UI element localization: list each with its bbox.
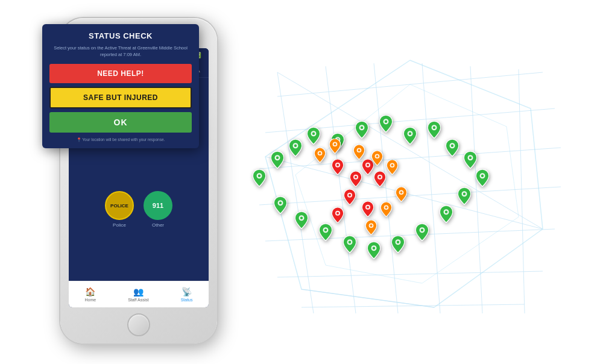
svg-point-61: [336, 164, 339, 166]
modal-description: Select your status on the Active Threat …: [49, 45, 192, 58]
svg-point-81: [376, 155, 378, 158]
svg-point-79: [358, 149, 360, 152]
svg-point-77: [333, 143, 336, 146]
svg-point-57: [300, 217, 303, 219]
svg-point-29: [361, 127, 363, 129]
svg-point-51: [373, 247, 375, 249]
svg-point-23: [294, 145, 297, 147]
police-action[interactable]: POLICE Police: [105, 191, 134, 228]
nav-staff-assist[interactable]: 👥 Staff Assist: [128, 287, 149, 302]
svg-point-71: [367, 206, 369, 209]
svg-point-35: [433, 127, 435, 129]
svg-point-49: [397, 241, 399, 243]
svg-line-5: [277, 271, 543, 277]
svg-line-16: [302, 289, 434, 307]
nav-home[interactable]: 🏠 Home: [84, 287, 96, 302]
svg-point-59: [279, 202, 282, 204]
svg-point-67: [349, 194, 351, 196]
svg-point-87: [385, 207, 387, 209]
svg-point-89: [370, 225, 372, 227]
staff-assist-nav-icon: 👥: [133, 287, 144, 297]
svg-point-19: [258, 175, 260, 177]
home-nav-icon: 🏠: [85, 287, 95, 297]
svg-point-41: [481, 175, 484, 177]
other-label: Other: [152, 222, 164, 228]
safe-but-injured-button[interactable]: SAFE BUT INJURED: [49, 87, 192, 108]
map-grid: [253, 36, 567, 325]
police-icon: POLICE: [105, 191, 134, 220]
svg-point-53: [349, 241, 351, 243]
svg-point-33: [409, 133, 411, 135]
modal-title: STATUS CHECK: [49, 31, 192, 40]
svg-point-25: [312, 133, 315, 135]
svg-line-10: [422, 63, 440, 313]
svg-point-21: [276, 157, 279, 159]
svg-point-83: [391, 165, 393, 167]
svg-point-65: [367, 164, 369, 166]
svg-point-69: [336, 212, 339, 215]
svg-point-55: [324, 229, 327, 231]
staff-assist-nav-label: Staff Assist: [128, 298, 149, 302]
need-help-button[interactable]: NEED HELP!: [49, 64, 192, 83]
status-nav-label: Status: [181, 298, 193, 302]
nav-status[interactable]: 📡 Status: [181, 287, 193, 302]
svg-point-43: [463, 193, 466, 195]
home-nav-label: Home: [84, 298, 96, 302]
svg-point-63: [355, 176, 357, 178]
phone-device: 7:09 AM 🔋 ≡ STATUS CHECK ▲ POLICE: [60, 18, 217, 344]
police-label: Police: [113, 222, 126, 228]
svg-point-47: [421, 229, 423, 231]
other-action[interactable]: 911 Other: [144, 191, 172, 228]
status-check-modal: STATUS CHECK Select your status on the A…: [42, 24, 199, 148]
svg-point-39: [469, 157, 472, 159]
svg-point-73: [379, 176, 381, 178]
bottom-nav: 🏠 Home 👥 Staff Assist 📡 Status: [69, 281, 209, 307]
phone-home-button[interactable]: [127, 313, 150, 336]
ok-button[interactable]: OK: [49, 112, 192, 133]
svg-point-75: [318, 152, 321, 155]
status-nav-icon: 📡: [182, 287, 192, 297]
other-icon: 911: [144, 191, 172, 220]
svg-point-45: [445, 211, 447, 213]
quick-actions-row: POLICE Police 911 Other: [69, 191, 209, 228]
svg-point-37: [451, 145, 453, 147]
svg-line-4: [265, 229, 555, 241]
svg-point-85: [400, 192, 402, 194]
svg-point-31: [385, 121, 387, 123]
location-note: 📍 Your location will be shared with your…: [49, 137, 192, 142]
scene: 7:09 AM 🔋 ≡ STATUS CHECK ▲ POLICE: [0, 0, 603, 364]
